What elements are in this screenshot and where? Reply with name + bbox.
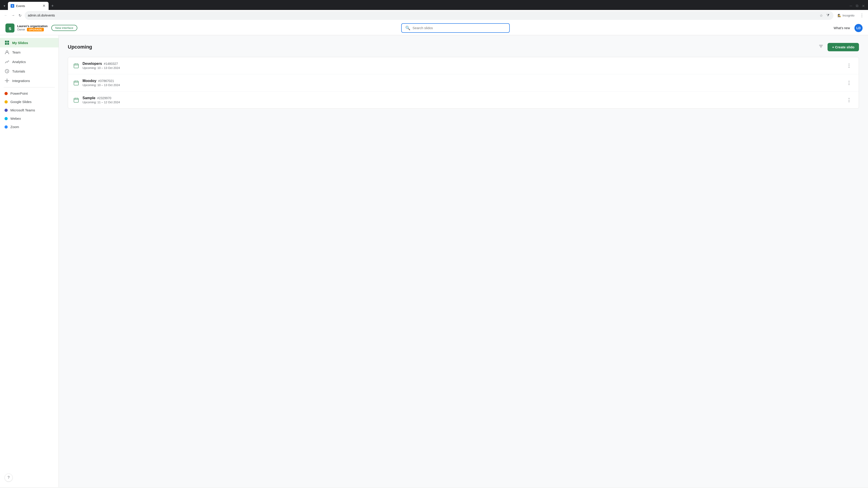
integrations-icon <box>4 78 9 83</box>
sidebar-item-label-webex: Webex <box>10 117 21 121</box>
event-info: Moodoy #37867021 Upcoming: 10 – 13 Oct 2… <box>83 79 841 87</box>
svg-rect-4 <box>5 43 7 45</box>
tab-favicon: S <box>11 4 14 8</box>
sidebar-item-my-slidos[interactable]: My Slidos <box>0 38 59 47</box>
event-title-row: Developers #1480327 <box>83 62 841 66</box>
address-bar: ← → ↻ admin.sli.do/events ☆ ⧩ 🕵 Incognit… <box>0 10 868 21</box>
sidebar-item-label-team: Team <box>12 51 21 54</box>
minimize-button[interactable]: ─ <box>848 2 854 9</box>
browser-menu-button[interactable]: ⋮ <box>859 11 865 19</box>
event-calendar-icon <box>73 97 79 103</box>
incognito-label: Incognito <box>842 14 855 17</box>
create-slido-button[interactable]: + Create slido <box>828 43 859 51</box>
table-row[interactable]: Developers #1480327 Upcoming: 10 – 13 Oc… <box>68 57 859 74</box>
page-title: Upcoming <box>68 44 92 50</box>
search-box: 🔍 <box>401 23 510 33</box>
event-info: Developers #1480327 Upcoming: 10 – 13 Oc… <box>83 62 841 70</box>
svg-rect-12 <box>74 64 79 68</box>
url-bar[interactable]: admin.sli.do/events ☆ ⧩ <box>25 11 833 20</box>
svg-rect-5 <box>7 43 9 45</box>
sidebar-item-label-google-slides: Google Slides <box>10 100 31 104</box>
event-date: Upcoming: 10 – 13 Oct 2024 <box>83 66 841 70</box>
help-button[interactable]: ? <box>4 474 13 482</box>
header-right: What's new LD <box>834 24 863 32</box>
event-calendar-icon <box>73 80 79 86</box>
search-input[interactable] <box>412 26 506 30</box>
sidebar-item-label-my-slidos: My Slidos <box>12 41 28 45</box>
header-actions: + Create slido <box>817 42 859 52</box>
main-layout: My Slidos Team <box>0 35 868 487</box>
sidebar-item-zoom[interactable]: Zoom <box>0 123 59 131</box>
tab-bar: ▾ S Events ✕ + ─ ⧉ ✕ <box>0 0 868 10</box>
event-id: #1480327 <box>104 62 118 66</box>
svg-rect-16 <box>74 81 79 85</box>
avatar[interactable]: LD <box>855 24 863 32</box>
org-role: Owner <box>17 28 25 31</box>
tab-list-button[interactable]: ▾ <box>2 3 7 9</box>
url-text: admin.sli.do/events <box>28 13 817 17</box>
svg-text:s: s <box>8 26 11 31</box>
my-slidos-icon <box>4 40 9 45</box>
event-title-row: Moodoy #37867021 <box>83 79 841 83</box>
sidebar-divider <box>4 87 55 88</box>
sidebar-item-label-zoom: Zoom <box>10 125 19 129</box>
new-interface-button[interactable]: New interface <box>51 25 77 31</box>
filter-button[interactable] <box>817 42 825 52</box>
event-menu-button[interactable]: ⋮ <box>845 96 853 104</box>
sidebar-item-label-powerpoint: PowerPoint <box>10 92 28 95</box>
tutorials-icon <box>4 69 9 74</box>
search-area: 🔍 <box>81 23 830 33</box>
new-tab-button[interactable]: + <box>50 3 56 9</box>
analytics-icon <box>4 59 9 64</box>
sidebar-item-analytics[interactable]: Analytics <box>0 57 59 66</box>
sidebar-item-webex[interactable]: Webex <box>0 114 59 123</box>
incognito-button[interactable]: 🕵 Incognito <box>835 12 857 19</box>
logo-area: s Lauren's organization Owner UPGRADE <box>5 24 48 33</box>
app-container: s Lauren's organization Owner UPGRADE Ne… <box>0 21 868 487</box>
sidebar-item-team[interactable]: Team <box>0 47 59 57</box>
table-row[interactable]: Sample #2329970 Upcoming: 11 – 12 Oct 20… <box>68 92 859 108</box>
whats-new-button[interactable]: What's new <box>834 26 850 30</box>
url-icons: ☆ ⧩ <box>819 12 830 19</box>
microsoft-teams-dot <box>4 109 8 112</box>
sidebar-item-tutorials[interactable]: Tutorials <box>0 66 59 76</box>
bookmark-button[interactable]: ☆ <box>819 12 824 19</box>
sidebar-item-integrations[interactable]: Integrations <box>0 76 59 86</box>
back-button[interactable]: ← <box>3 12 9 19</box>
sidebar-item-label-integrations: Integrations <box>12 79 30 83</box>
reload-button[interactable]: ↻ <box>17 12 23 19</box>
events-container: Developers #1480327 Upcoming: 10 – 13 Oc… <box>68 57 859 109</box>
sidebar-item-label-tutorials: Tutorials <box>12 69 25 73</box>
event-name: Moodoy <box>83 79 96 83</box>
event-title-row: Sample #2329970 <box>83 96 841 100</box>
active-tab: S Events ✕ <box>8 2 49 10</box>
slido-logo: s <box>5 24 14 33</box>
google-slides-dot <box>4 100 8 103</box>
svg-point-8 <box>6 80 8 81</box>
team-icon <box>4 50 9 55</box>
forward-button[interactable]: → <box>10 12 16 19</box>
sidebar-item-google-slides[interactable]: Google Slides <box>0 98 59 106</box>
event-date: Upcoming: 10 – 13 Oct 2024 <box>83 84 841 87</box>
nav-buttons: ← → ↻ <box>3 12 23 19</box>
upgrade-button[interactable]: UPGRADE <box>27 28 44 31</box>
sidebar-item-powerpoint[interactable]: PowerPoint <box>0 89 59 98</box>
event-menu-button[interactable]: ⋮ <box>845 62 853 70</box>
event-date: Upcoming: 11 – 12 Oct 2024 <box>83 101 841 104</box>
event-calendar-icon <box>73 63 79 68</box>
incognito-icon: 🕵 <box>837 14 841 17</box>
extensions-button[interactable]: ⧩ <box>826 12 830 18</box>
tab-close-button[interactable]: ✕ <box>42 4 46 8</box>
close-window-button[interactable]: ✕ <box>861 2 866 9</box>
browser-chrome: ▾ S Events ✕ + ─ ⧉ ✕ ← → ↻ admin.sli.do/… <box>0 0 868 21</box>
table-row[interactable]: Moodoy #37867021 Upcoming: 10 – 13 Oct 2… <box>68 74 859 92</box>
sidebar-item-microsoft-teams[interactable]: Microsoft Teams <box>0 106 59 114</box>
search-icon: 🔍 <box>405 26 410 31</box>
event-menu-button[interactable]: ⋮ <box>845 79 853 87</box>
svg-rect-3 <box>7 41 9 42</box>
event-id: #2329970 <box>97 96 111 100</box>
org-info: Lauren's organization Owner UPGRADE <box>17 24 48 31</box>
app-header: s Lauren's organization Owner UPGRADE Ne… <box>0 21 868 35</box>
restore-button[interactable]: ⧉ <box>855 2 860 9</box>
sidebar-bottom: ? <box>0 471 59 484</box>
